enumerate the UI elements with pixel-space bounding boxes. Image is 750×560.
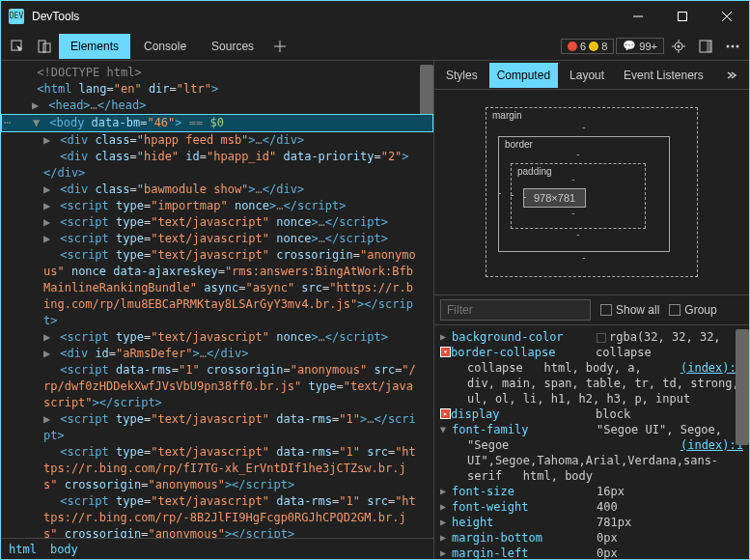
computed-properties[interactable]: ▶background-colorrgba(32, 32, 32,▾border…	[434, 325, 749, 559]
tab-sources[interactable]: Sources	[200, 34, 265, 59]
showall-checkbox[interactable]: Show all	[600, 303, 659, 317]
dom-node[interactable]: <script type="text/javascript" crossorig…	[1, 247, 433, 329]
titlebar: DEV DevTools	[1, 1, 749, 32]
checkbox-icon	[669, 304, 681, 316]
inspect-icon[interactable]	[5, 34, 30, 59]
tab-styles[interactable]: Styles	[438, 63, 486, 88]
errors-warnings-badge[interactable]: 6 8	[561, 39, 614, 54]
tab-computed[interactable]: Computed	[489, 63, 558, 88]
svg-rect-6	[43, 43, 50, 52]
messages-badge[interactable]: 💬99+	[616, 38, 664, 54]
content-size: 978×781	[523, 188, 586, 208]
svg-point-18	[732, 44, 735, 47]
message-count: 99+	[639, 41, 657, 52]
dom-node[interactable]: <script type="text/javascript" data-rms=…	[1, 444, 433, 493]
property-row[interactable]: ▾border-collapsecollapse	[440, 345, 743, 360]
property-row[interactable]: ▶font-size16px	[440, 484, 743, 499]
tab-console[interactable]: Console	[132, 34, 198, 59]
side-tabs: Styles Computed Layout Event Listeners	[434, 61, 749, 90]
dom-node[interactable]: ▶ <div id="aRmsDefer">…</div>	[1, 346, 433, 362]
group-checkbox[interactable]: Group	[669, 303, 716, 317]
add-tab-icon[interactable]	[267, 34, 292, 59]
dom-node[interactable]: ▶ <script type="text/javascript" nonce>……	[1, 231, 433, 247]
error-dot-icon	[568, 42, 577, 51]
side-panel: Styles Computed Layout Event Listeners m…	[434, 61, 749, 559]
warning-count: 8	[601, 41, 607, 52]
main-toolbar: Elements Console Sources 6 8 💬99+	[1, 32, 749, 61]
dom-node[interactable]: ▶ <script type="text/javascript" data-rm…	[1, 411, 433, 444]
dom-node[interactable]: <!DOCTYPE html>	[1, 65, 433, 81]
minimize-button[interactable]	[616, 1, 660, 32]
tabs-overflow-icon[interactable]	[718, 65, 745, 86]
breadcrumb-body[interactable]: body	[50, 543, 78, 556]
property-row[interactable]: ▼font-family"Segoe UI", Segoe,	[440, 422, 743, 437]
dom-node[interactable]: ▶ <head>…</head>	[1, 98, 433, 114]
dom-node[interactable]: ▶ <script type="importmap" nonce>…</scri…	[1, 198, 433, 214]
tab-elements[interactable]: Elements	[59, 34, 130, 59]
more-icon[interactable]	[720, 34, 745, 59]
window-controls	[616, 1, 749, 32]
dock-icon[interactable]	[693, 34, 718, 59]
border-label: border	[505, 139, 533, 150]
dom-node[interactable]: <div class="hide" id="hpapp_id" data-pri…	[1, 149, 433, 182]
property-row[interactable]: ▶background-colorrgba(32, 32, 32,	[440, 329, 743, 345]
dom-node[interactable]: <script data-rms="1" crossorigin="anonym…	[1, 362, 433, 411]
filter-bar: Show all Group	[434, 294, 749, 325]
tab-layout[interactable]: Layout	[562, 63, 612, 88]
property-row[interactable]: ▶margin-left0px	[440, 546, 743, 559]
svg-rect-5	[39, 41, 45, 52]
warning-dot-icon	[589, 42, 598, 51]
source-link[interactable]: (index):1	[671, 360, 743, 376]
window-title: DevTools	[32, 10, 616, 23]
svg-point-10	[678, 44, 681, 47]
padding-label: padding	[517, 166, 552, 177]
app-icon: DEV	[9, 9, 24, 24]
breadcrumb: html body	[1, 538, 433, 559]
svg-rect-1	[679, 13, 687, 21]
property-row[interactable]: ▶margin-bottom0px	[440, 530, 743, 546]
tab-event-listeners[interactable]: Event Listeners	[616, 63, 711, 88]
dom-tree[interactable]: <!DOCTYPE html> <html lang="en" dir="ltr…	[1, 61, 433, 538]
dom-node[interactable]: ▶ <script type="text/javascript" nonce>……	[1, 214, 433, 231]
checkbox-icon	[600, 304, 612, 316]
dom-node[interactable]: ▶ <script type="text/javascript" nonce>……	[1, 329, 433, 346]
property-sub: (index):1collapse html, body, a, div, ma…	[440, 360, 743, 406]
box-model[interactable]: margin - - border - - padding -	[434, 90, 749, 294]
dom-node[interactable]: <script type="text/javascript" data-rms=…	[1, 493, 433, 538]
settings-icon[interactable]	[666, 34, 691, 59]
maximize-button[interactable]	[660, 1, 705, 32]
dom-node[interactable]: ⋯▼ <body data-bm="46"> == $0	[1, 114, 433, 132]
device-icon[interactable]	[32, 34, 57, 59]
dom-node[interactable]: ▶ <div class="hpapp feed msb">…</div>	[1, 132, 433, 149]
svg-point-19	[736, 44, 739, 47]
close-button[interactable]	[705, 1, 749, 32]
main-area: <!DOCTYPE html> <html lang="en" dir="ltr…	[1, 61, 749, 559]
svg-rect-16	[707, 41, 711, 52]
devtools-window: DEV DevTools Elements Console Sources 6 …	[0, 0, 750, 560]
property-sub: (index):1"Segoe UI",Segoe,Tahoma,Arial,V…	[440, 437, 743, 484]
property-row[interactable]: ▶height781px	[440, 515, 743, 530]
filter-input[interactable]	[440, 299, 591, 321]
chat-icon: 💬	[623, 40, 636, 52]
dom-node[interactable]: ▶ <div class="bawmodule show">…</div>	[1, 182, 433, 198]
property-row[interactable]: ▸displayblock	[440, 406, 743, 422]
error-count: 6	[580, 41, 586, 52]
dom-panel: <!DOCTYPE html> <html lang="en" dir="ltr…	[1, 61, 434, 559]
breadcrumb-html[interactable]: html	[9, 543, 37, 556]
svg-point-17	[727, 44, 730, 47]
source-link[interactable]: (index):1	[671, 437, 743, 453]
margin-label: margin	[492, 110, 522, 121]
dom-node[interactable]: <html lang="en" dir="ltr">	[1, 81, 433, 98]
scrollbar[interactable]	[736, 329, 749, 445]
property-row[interactable]: ▶font-weight400	[440, 499, 743, 515]
